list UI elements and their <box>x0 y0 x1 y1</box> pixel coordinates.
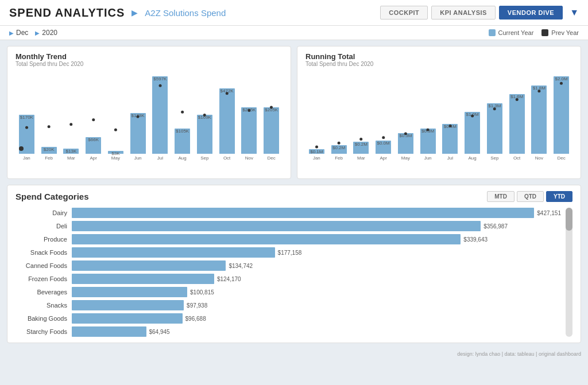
running-bar-group: $0.0M Apr <box>372 141 394 161</box>
categories-content: Dairy $427,151 Deli $356,987 Produce $33… <box>16 208 572 337</box>
nav-vendor-dive[interactable]: VENDOR DIVE <box>499 6 563 20</box>
category-value: $427,151 <box>537 210 561 216</box>
running-bar <box>465 112 480 154</box>
category-bar <box>72 300 184 310</box>
running-bar-group: $1.8M Nov <box>528 85 551 161</box>
category-name: Starchy Foods <box>16 328 67 335</box>
running-total-subtitle: Total Spend thru Dec 2020 <box>305 61 572 67</box>
monthly-bar-group: $205K Dec <box>260 107 283 161</box>
monthly-bar-group: $597K Jul <box>149 76 172 161</box>
period-mtd[interactable]: MTD <box>487 191 514 202</box>
breadcrumb-link[interactable]: A2Z Solutions Spend <box>145 8 226 18</box>
legend-prev-label: Prev Year <box>551 29 579 36</box>
category-row: Beverages $100,815 <box>16 287 561 297</box>
monthly-bar-label-top: $170K <box>20 115 33 120</box>
monthly-bar <box>241 107 257 154</box>
svg-point-12 <box>315 145 318 148</box>
legend-prev: Prev Year <box>541 29 579 36</box>
running-bar-label-top: $2.0M <box>555 76 568 81</box>
monthly-bar-group: $66K Apr <box>82 137 105 161</box>
svg-point-13 <box>338 142 341 145</box>
monthly-bar-month: Jun <box>134 155 142 161</box>
running-bar-group: $0.3M May <box>394 133 417 161</box>
running-bar-group: $0.2M Feb <box>328 145 350 161</box>
monthly-bar <box>219 88 235 154</box>
monthly-bar-group: $169K Sep <box>194 115 216 161</box>
category-name: Beverages <box>16 289 67 295</box>
period-ytd[interactable]: YTD <box>546 191 572 202</box>
running-total-title: Running Total <box>305 52 572 61</box>
category-bar-wrap: $96,688 <box>72 313 561 324</box>
category-name: Produce <box>16 236 67 243</box>
running-bar-label-top: $0.3M <box>399 133 412 138</box>
category-name: Frozen Foods <box>16 275 67 282</box>
period-qtd[interactable]: QTD <box>517 191 544 202</box>
monthly-bar <box>264 107 279 154</box>
running-bar-label-top: $0.0M <box>377 141 390 146</box>
monthly-bar-month: Oct <box>223 155 230 161</box>
running-bar-label-top: $0.2M <box>355 142 368 147</box>
prev-year-dot <box>19 146 24 151</box>
filter-year-label: 2020 <box>42 29 57 37</box>
scrollbar[interactable] <box>566 208 572 337</box>
monthly-bar-group: $205K Nov <box>238 107 261 161</box>
category-bar <box>72 287 187 297</box>
category-bar <box>72 326 146 337</box>
monthly-bar-month: Dec <box>268 155 276 161</box>
filter-icon[interactable]: ▼ <box>570 7 579 18</box>
category-bar <box>72 221 481 231</box>
category-bar-wrap: $134,742 <box>72 260 561 271</box>
running-bar-month: Aug <box>469 155 477 161</box>
category-bar-wrap: $356,987 <box>72 221 561 231</box>
monthly-bar-month: Nov <box>245 155 253 161</box>
main-content: Monthly Trend Total Spend thru Dec 2020 … <box>0 40 588 349</box>
monthly-bar-group: $105K Aug <box>171 129 194 161</box>
category-bar-wrap: $64,945 <box>72 326 561 337</box>
monthly-bar-label-top: $3K <box>111 151 119 156</box>
running-bar-label-top: $0.1M <box>310 149 323 154</box>
category-name: Canned Foods <box>16 262 67 269</box>
category-value: $339,643 <box>463 236 488 243</box>
monthly-bar-month: Mar <box>67 155 75 161</box>
running-bar-group: $1.6M Oct <box>506 94 528 161</box>
nav-kpi-analysis[interactable]: KPI ANALYSIS <box>431 6 496 20</box>
legend-prev-box <box>541 29 548 36</box>
year-arrow: ▶ <box>35 30 40 36</box>
footer-text: design: lynda chao | data: tableau | ori… <box>457 351 581 357</box>
monthly-bars-container: $170K Jan $20K Feb $13K Mar $66K Apr $3K… <box>16 72 283 161</box>
category-rows: Dairy $427,151 Deli $356,987 Produce $33… <box>16 208 561 337</box>
breadcrumb-separator: ▶ <box>131 8 138 17</box>
running-bar-label-top: $0.4M <box>444 124 457 129</box>
monthly-bar-label-top: $205K <box>242 107 256 112</box>
filter-dec[interactable]: ▶ Dec <box>9 29 28 37</box>
category-value: $177,158 <box>278 250 302 256</box>
category-value: $134,742 <box>229 263 253 269</box>
monthly-trend-title: Monthly Trend <box>16 52 283 61</box>
category-bar <box>72 234 461 244</box>
running-bar-group: $0.3M Jun <box>417 129 439 161</box>
running-bar-month: Sep <box>490 155 498 161</box>
categories-title: Spend Categories <box>16 192 89 201</box>
running-bar-month: Jun <box>424 155 432 161</box>
monthly-bar-month: Feb <box>45 155 53 161</box>
category-row: Produce $339,643 <box>16 234 561 244</box>
running-bar <box>554 76 569 154</box>
category-bar <box>72 274 214 284</box>
header: SPEND ANALYTICS ▶ A2Z Solutions Spend CO… <box>0 0 588 26</box>
monthly-bar-label-top: $66K <box>88 137 99 142</box>
filter-year[interactable]: ▶ 2020 <box>35 29 57 37</box>
scrollbar-thumb[interactable] <box>566 208 572 231</box>
category-value: $100,815 <box>190 289 214 295</box>
category-value: $124,170 <box>217 276 241 282</box>
monthly-bar-group: $472K Oct <box>216 88 238 161</box>
category-row: Snacks $97,938 <box>16 300 561 310</box>
nav-cockpit[interactable]: COCKPIT <box>380 6 428 20</box>
running-bar <box>509 94 525 154</box>
svg-point-15 <box>382 136 385 139</box>
running-bar-label-top: $1.6M <box>510 94 523 99</box>
monthly-bar-label-top: $105K <box>176 129 189 134</box>
dec-arrow: ▶ <box>9 30 14 36</box>
running-bar-group: $1.0M Aug <box>461 112 483 161</box>
svg-point-4 <box>114 129 117 131</box>
running-bar-group: $2.0M Dec <box>550 76 572 161</box>
